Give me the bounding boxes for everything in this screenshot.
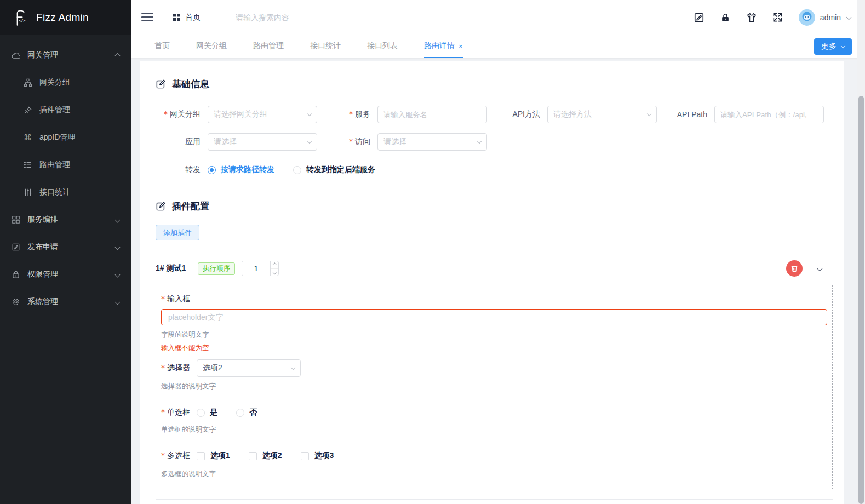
collapse-chevron-icon[interactable]: [818, 267, 822, 271]
sidebar-item-api-stats[interactable]: 接口统计: [0, 179, 131, 206]
field-forward: 转发 按请求路径转发 转发到指定后端服务: [156, 165, 833, 175]
checkbox-option1[interactable]: 选项1: [197, 451, 230, 461]
sidebar-item-label: 网关管理: [27, 50, 108, 60]
lock-screen-icon[interactable]: [720, 12, 731, 23]
spinner-down-icon[interactable]: [271, 268, 279, 276]
api-method-select[interactable]: 请选择方法: [547, 106, 657, 123]
audit-icon: [11, 243, 20, 252]
plugin-text-input[interactable]: [161, 309, 827, 325]
edit-square-icon: [156, 201, 166, 211]
sidebar-item-permission-mgmt[interactable]: 权限管理: [0, 261, 131, 288]
menu-collapse-icon[interactable]: [141, 13, 153, 22]
plugin-select[interactable]: 选项2: [197, 359, 301, 377]
plugin-form-panel: 输入框 字段的说明文字 输入框不能为空 选择器 选项2: [156, 285, 833, 489]
radio-yes[interactable]: 是: [197, 408, 217, 417]
service-input[interactable]: [377, 106, 487, 123]
field-app: 应用 请选择: [156, 133, 317, 151]
tab-api-list[interactable]: 接口列表: [367, 35, 398, 58]
route-detail-card: 基础信息 网关分组 请选择网关分组 服务: [140, 61, 844, 504]
search-input[interactable]: [236, 13, 367, 22]
checkbox-label: 选项3: [314, 451, 334, 461]
delete-plugin-button[interactable]: [786, 260, 803, 277]
lock-icon: [11, 270, 20, 279]
access-select[interactable]: 请选择: [377, 133, 487, 151]
sidebar-item-service-orchestration[interactable]: 服务编排: [0, 206, 131, 233]
vertical-scrollbar[interactable]: [857, 0, 865, 504]
field-label: 应用: [156, 137, 201, 147]
theme-skin-icon[interactable]: [746, 12, 757, 23]
app-title: Fizz Admin: [36, 12, 89, 24]
app-select[interactable]: 请选择: [208, 133, 317, 151]
field-label: API Path: [657, 110, 707, 119]
sidebar-item-appid-mgmt[interactable]: ⌘ appID管理: [0, 124, 131, 151]
field-label: 网关分组: [156, 110, 201, 119]
radio-no[interactable]: 否: [236, 408, 257, 417]
checkbox-option2[interactable]: 选项2: [249, 451, 282, 461]
tab-home[interactable]: 首页: [154, 35, 170, 58]
sidebar-item-label: 服务编排: [27, 215, 108, 225]
basic-info-form: 网关分组 请选择网关分组 服务 API方法: [156, 106, 833, 175]
more-button[interactable]: 更多: [814, 38, 852, 55]
tab-route-mgmt[interactable]: 路由管理: [253, 35, 284, 58]
checkbox-label: 选项1: [210, 451, 230, 461]
chevron-down-icon: [115, 272, 121, 277]
field-label: 多选框: [161, 451, 190, 461]
tab-gateway-group[interactable]: 网关分组: [196, 35, 227, 58]
forward-option-backend-radio[interactable]: 转发到指定后端服务: [293, 165, 375, 175]
sidebar-item-route-mgmt[interactable]: 路由管理: [0, 151, 131, 179]
fullscreen-icon[interactable]: [772, 12, 783, 23]
chevron-down-icon: [477, 139, 482, 143]
main-area: 首页 admin: [131, 0, 865, 504]
tab-route-detail[interactable]: 路由详情 ×: [424, 35, 463, 58]
sidebar-item-label: appID管理: [39, 133, 119, 142]
sidebar-item-label: 网关分组: [39, 78, 119, 88]
list-icon: [23, 161, 32, 170]
plugin-config-section-title: 插件配置: [156, 200, 833, 213]
close-icon[interactable]: ×: [459, 42, 463, 50]
breadcrumb[interactable]: 首页: [173, 13, 201, 22]
audit-log-icon[interactable]: [694, 12, 704, 23]
sidebar-item-label: 权限管理: [27, 270, 108, 279]
sidebar-item-publish-request[interactable]: 发布申请: [0, 233, 131, 261]
field-gateway-group: 网关分组 请选择网关分组: [156, 106, 317, 123]
field-label: 单选框: [161, 408, 190, 417]
sliders-icon: [23, 188, 32, 197]
plugin-item-header: 2# 测试2 执行顺序: [156, 500, 833, 504]
sidebar-item-label: 接口统计: [39, 187, 119, 197]
field-help-text: 单选框的说明文字: [161, 425, 827, 434]
checkbox-option3[interactable]: 选项3: [301, 451, 334, 461]
field-label: 转发: [156, 165, 201, 175]
checkbox-icon: [197, 452, 205, 460]
app-window: </> Fizz Admin 网关管理 网关分组: [0, 0, 865, 504]
chevron-down-icon: [841, 44, 845, 48]
scrollbar-thumb[interactable]: [858, 96, 864, 504]
forward-option-path-radio[interactable]: 按请求路径转发: [208, 165, 274, 175]
tab-api-stats[interactable]: 接口统计: [310, 35, 341, 58]
field-error-text: 输入框不能为空: [161, 343, 827, 353]
more-button-label: 更多: [821, 42, 837, 51]
field-label: API方法: [487, 110, 540, 119]
order-tag: 执行顺序: [198, 262, 235, 275]
field-access: 访问 请选择: [317, 133, 487, 151]
field-api-path: API Path: [657, 106, 824, 123]
sitemap-icon: [23, 78, 32, 88]
order-value-input[interactable]: [242, 261, 270, 276]
chevron-up-icon: [115, 53, 121, 58]
sidebar-item-gateway-group[interactable]: 网关分组: [0, 69, 131, 96]
checkbox-label: 选项2: [262, 451, 282, 461]
page-tabs: 首页 网关分组 路由管理 接口统计 接口列表 路由详情 × 更多: [131, 35, 865, 58]
radio-icon: [293, 166, 301, 174]
add-plugin-button[interactable]: 添加插件: [156, 225, 199, 240]
sidebar-item-plugin-mgmt[interactable]: 插件管理: [0, 96, 131, 124]
chevron-down-icon: [115, 244, 121, 250]
fizz-logo-icon: </>: [10, 8, 28, 27]
chevron-down-icon: [647, 111, 651, 116]
plugin-checkbox-field: 多选框 选项1 选项2 选项3: [161, 451, 827, 461]
user-menu[interactable]: admin: [799, 9, 851, 26]
sidebar-item-system-mgmt[interactable]: 系统管理: [0, 288, 131, 316]
radio-label: 是: [210, 408, 217, 417]
api-path-input[interactable]: [714, 106, 824, 123]
gateway-group-select[interactable]: 请选择网关分组: [208, 106, 317, 123]
sidebar-item-gateway-mgmt[interactable]: 网关管理: [0, 42, 131, 69]
spinner-up-icon[interactable]: [271, 261, 279, 268]
